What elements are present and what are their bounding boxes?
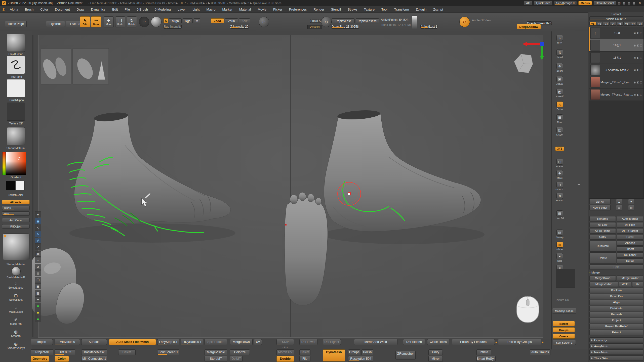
menu-item[interactable]: Zplugin (416, 8, 427, 11)
bottom-button[interactable]: Auto Mask FiberMesh (109, 339, 156, 345)
bottom-button[interactable]: Polish (361, 349, 373, 355)
right-shelf-button[interactable]: ✚ Move (554, 170, 566, 179)
bottom-button[interactable]: Resolution 504 (348, 356, 373, 362)
bottom-button[interactable]: Groups (348, 349, 360, 355)
list-all-button[interactable]: List All (589, 199, 611, 204)
menu-item[interactable]: Layer (178, 8, 186, 11)
bottom-button[interactable]: DelMT (230, 356, 243, 362)
quicksave-button[interactable]: QuickSave (534, 1, 552, 5)
eye-icon[interactable]: ◉ (634, 69, 636, 71)
visible-count-slider[interactable]: Visible Count 14 (589, 16, 643, 21)
replay-camera-icon[interactable]: ⊙ (321, 17, 332, 27)
bottom-button[interactable]: Split Hidden (205, 339, 227, 345)
palette-tool[interactable]: ◌ SelectLasso (0, 281, 32, 289)
palette-header[interactable]: Thick Skin (589, 355, 643, 360)
folder-up-icon[interactable]: ▤ (616, 205, 622, 210)
bottom-button[interactable]: MidValue 0 (55, 339, 80, 345)
rename-button[interactable]: Rename (589, 216, 616, 221)
quick-tool-icon[interactable]: ▣ (35, 283, 41, 289)
texture-preview[interactable] (556, 269, 575, 288)
bottom-button[interactable]: BackfaceMask (81, 349, 107, 355)
distribute-button[interactable]: Distribute (589, 306, 643, 311)
mrgb-button[interactable]: Mrgb (169, 18, 182, 23)
quick-tool-icon[interactable]: • (35, 257, 41, 263)
draw-size-slider[interactable]: Draw Size 23.30558 (331, 25, 359, 29)
bottom-button[interactable]: Split Screen 1 (157, 349, 179, 355)
brush-claybuildup-thumb[interactable] (7, 34, 25, 52)
palette-tool[interactable]: ◍ Smooth (0, 330, 32, 337)
mask-icon[interactable]: ◫ (640, 69, 642, 71)
move-up-icon[interactable]: ▴ (616, 199, 622, 204)
palette-tool[interactable]: ✐ MaskPen (0, 318, 32, 325)
current-material-sphere[interactable] (3, 234, 29, 260)
paint-icon[interactable]: ◧ (637, 93, 639, 96)
bottom-button[interactable]: Surface (81, 339, 107, 345)
bottom-button[interactable]: Morph UV (276, 349, 294, 355)
boolean-button[interactable]: Boolean (589, 288, 643, 293)
blur-slider[interactable]: Blur 0 (2, 206, 30, 210)
menu-item[interactable]: Light (192, 8, 199, 11)
m-button[interactable]: M (194, 18, 200, 23)
version-tab[interactable]: V6 (623, 22, 630, 26)
bottom-button[interactable]: Delete (299, 349, 310, 355)
mask-by-feature-button[interactable]: MaskByFeature (552, 308, 576, 313)
mask-icon[interactable]: ◫ (640, 81, 642, 84)
accucurve-button[interactable]: AccuCurve (2, 218, 30, 222)
adjust-last-slider[interactable]: AdjustLast 1 (420, 25, 437, 29)
draw-button[interactable]: ✏ Draw (91, 16, 101, 27)
bottom-button[interactable]: Del Higher (323, 339, 341, 345)
subtool-item[interactable]: 19검1 ◉ ◧ ◫ (589, 39, 643, 52)
bottom-button[interactable]: LazyStep 0.1 (157, 339, 179, 345)
zsub-button[interactable]: Zsub (225, 18, 238, 23)
bottom-button[interactable]: Color (55, 356, 69, 362)
menu-item[interactable]: File (125, 8, 130, 11)
mask-icon[interactable]: ◫ (640, 56, 642, 59)
see-through-slider[interactable]: See-through 0 (554, 1, 577, 5)
zadd-button[interactable]: Zadd (211, 18, 224, 23)
rf-slider[interactable]: Rf 0 (2, 211, 30, 216)
subtool-item[interactable]: J Anatomy Step-2 ◉ ◧ ◫ (589, 64, 643, 76)
bottom-button[interactable]: Inflate (476, 349, 491, 355)
right-shelf-button[interactable]: ⊕ Zoom (554, 63, 566, 72)
panel-divider-arrows[interactable]: ◂◂ (578, 183, 579, 186)
main-color-swatch[interactable] (6, 181, 15, 190)
palette-header[interactable]: Geometry (589, 337, 643, 342)
paint-icon[interactable]: ◧ (637, 81, 639, 84)
eye-icon[interactable]: ◉ (634, 44, 636, 47)
rgb-intensity-slider[interactable]: Rgb Intensity (164, 25, 182, 29)
folder-down-icon[interactable]: ▥ (628, 205, 634, 210)
menu-item[interactable]: Macro (206, 8, 215, 11)
paint-icon[interactable]: ◧ (637, 44, 639, 47)
menu-item[interactable]: Document (55, 8, 70, 11)
alternate-button[interactable]: Alternate (2, 200, 30, 204)
scale-button[interactable]: ❏ Scale (115, 16, 125, 27)
right-shelf-button[interactable]: ▨ Transp (554, 230, 566, 239)
right-shelf-button[interactable]: ↻ Rotate (554, 193, 566, 202)
palette-tool[interactable]: ▢ SelectRect (0, 293, 32, 301)
paint-icon[interactable]: ◧ (637, 32, 639, 34)
weld-button[interactable]: Weld (619, 282, 631, 287)
alpha-picker[interactable] (151, 17, 162, 27)
version-tab[interactable]: V3 (603, 22, 610, 26)
del-all-button[interactable]: Del All (617, 258, 643, 264)
quick-tool-icon[interactable]: ▭ (35, 251, 41, 257)
quick-tool-icon[interactable]: ✐ (35, 238, 41, 244)
quick-tool-icon[interactable]: ↗ (35, 244, 41, 250)
crease-button[interactable]: Crease (553, 334, 575, 339)
stroke-picker[interactable]: ◠ (139, 17, 149, 27)
groups-button[interactable]: Groups (553, 327, 575, 332)
menu-item[interactable]: Alpha (10, 8, 18, 11)
right-shelf-button[interactable]: ◑ BPR (554, 35, 566, 44)
project-basrelief-button[interactable]: Project BasRelief (589, 324, 643, 329)
bottom-button[interactable]: Flip (299, 356, 310, 362)
z-intensity-slider[interactable]: Z Intensity 20 (230, 25, 249, 29)
quick-tool-icon[interactable]: ↖ (35, 224, 41, 231)
home-page-button[interactable]: Home Page (5, 21, 27, 27)
menu-item[interactable]: Picker (273, 8, 282, 11)
right-shelf-button[interactable]: ● Solo (554, 253, 566, 262)
menu-item[interactable]: Texture (364, 8, 375, 11)
version-tab[interactable]: V2 (596, 22, 603, 26)
menu-item[interactable]: Dynamics (91, 8, 105, 11)
close-icon[interactable]: ✕ (637, 1, 642, 5)
merge-visible-button[interactable]: MergeVisible (589, 282, 618, 287)
